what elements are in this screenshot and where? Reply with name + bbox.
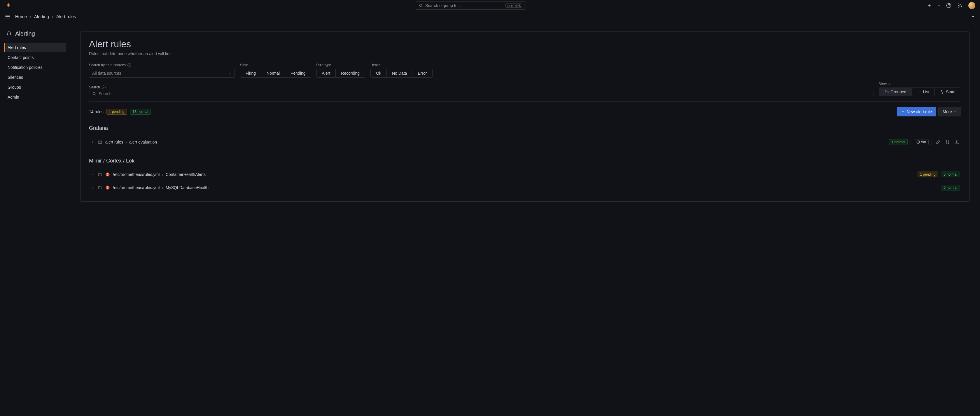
edit-icon[interactable] <box>935 139 941 145</box>
breadcrumb-alerting[interactable]: Alerting <box>34 14 49 19</box>
view-list[interactable]: List <box>912 88 935 96</box>
chevron-right-icon: › <box>126 140 127 144</box>
prometheus-ds-icon <box>105 185 110 190</box>
export-icon[interactable] <box>953 139 960 145</box>
help-icon[interactable] <box>946 3 951 8</box>
ruletype-alert[interactable]: Alert <box>317 69 336 77</box>
row-normal-badge: 1 normal <box>889 139 908 145</box>
view-grouped[interactable]: Grouped <box>880 88 912 96</box>
breadcrumb-home[interactable]: Home <box>15 14 27 19</box>
state-toggle: Firing Normal Pending <box>240 69 311 78</box>
filter-datasource: Search by data sources i All data source… <box>89 63 235 78</box>
collapse-kiosk-icon[interactable] <box>970 14 975 19</box>
summary-normal-badge: 13 normal <box>130 109 151 115</box>
rule-row: /etc/prometheus/rules.yml › ContainerHea… <box>89 168 961 181</box>
sidebar-item-contact-points[interactable]: Contact points <box>4 53 66 62</box>
chevron-right-icon: › <box>162 185 163 190</box>
search-icon <box>92 92 96 96</box>
heartrate-icon <box>940 90 944 94</box>
svg-line-13 <box>95 94 96 96</box>
svg-rect-3 <box>508 5 510 6</box>
rule-path[interactable]: /etc/prometheus/rules.yml › MySQLDatabas… <box>113 185 208 190</box>
rule-search-input[interactable] <box>89 91 874 96</box>
rule-path[interactable]: alert rules › alert evaluation <box>105 140 157 144</box>
svg-rect-27 <box>107 175 108 175</box>
health-error[interactable]: Error <box>412 69 432 77</box>
content: Alert rules Rules that determine whether… <box>70 22 980 416</box>
sidebar-item-admin[interactable]: Admin <box>4 92 66 102</box>
chevron-right-icon: › <box>162 172 163 177</box>
global-search-placeholder: Search or jump to... <box>425 3 461 8</box>
news-icon[interactable] <box>957 3 963 8</box>
page-subtitle: Rules that determine whether an alert wi… <box>89 51 961 56</box>
rule-count: 14 rules <box>89 109 103 114</box>
state-normal[interactable]: Normal <box>261 69 285 77</box>
chevron-right-icon: › <box>30 14 31 19</box>
add-menu-button[interactable] <box>927 3 932 8</box>
rule-search-field[interactable] <box>99 91 870 96</box>
user-avatar[interactable] <box>968 2 975 9</box>
section-title-grafana: Grafana <box>89 125 961 131</box>
filter-state-label: State <box>240 63 311 67</box>
panel: Alert rules Rules that determine whether… <box>81 32 969 202</box>
chevron-down-icon[interactable] <box>937 4 940 7</box>
breadcrumb-row: Home › Alerting › Alert rules <box>0 11 980 22</box>
state-pending[interactable]: Pending <box>285 69 310 77</box>
filter-datasource-label: Search by data sources i <box>89 63 235 67</box>
more-button[interactable]: More <box>938 107 961 116</box>
filter-ruletype-label: Rule type <box>317 63 366 67</box>
svg-line-2 <box>422 6 423 7</box>
svg-point-8 <box>958 7 959 7</box>
info-icon[interactable]: i <box>102 86 106 89</box>
breadcrumb-current: Alert rules <box>56 14 76 19</box>
new-alert-rule-button[interactable]: New alert rule <box>897 107 936 116</box>
expand-toggle[interactable] <box>90 172 95 177</box>
row-normal-badge: 6 normal <box>941 172 960 177</box>
datasource-select[interactable]: All data sources <box>89 69 235 78</box>
topbar-right <box>927 2 975 9</box>
state-firing[interactable]: Firing <box>240 69 261 77</box>
filter-health: Health Ok No Data Error <box>371 63 432 78</box>
reorder-icon[interactable] <box>944 139 951 145</box>
filter-search: Search i <box>89 85 874 96</box>
breadcrumb: Home › Alerting › Alert rules <box>15 14 76 19</box>
clock-icon <box>916 140 920 144</box>
view-state[interactable]: State <box>935 88 961 96</box>
global-search[interactable]: Search or jump to... cmd+k <box>415 2 526 10</box>
filter-row-2: Search i View as <box>89 82 961 96</box>
svg-point-1 <box>419 4 422 6</box>
section-title-mimir: Mimir / Cortex / Loki <box>89 158 961 164</box>
summary-pending-badge: 1 pending <box>107 109 127 115</box>
sidebar-item-notification-policies[interactable]: Notification policies <box>4 63 66 72</box>
sidebar-item-alert-rules[interactable]: Alert rules <box>4 43 66 52</box>
folder-icon <box>98 140 102 144</box>
svg-point-12 <box>93 92 95 94</box>
expand-toggle[interactable] <box>90 140 95 144</box>
plus-icon <box>901 110 905 114</box>
rule-row: /etc/prometheus/rules.yml › MySQLDatabas… <box>89 181 961 194</box>
health-toggle: Ok No Data Error <box>371 69 432 78</box>
search-icon <box>419 3 423 8</box>
rule-row: alert rules › alert evaluation 1 normal … <box>89 135 961 149</box>
view-as-toggle: Grouped List State <box>879 88 961 96</box>
info-icon[interactable]: i <box>127 63 131 67</box>
page-title: Alert rules <box>89 39 961 49</box>
sidebar-item-silences[interactable]: Silences <box>4 73 66 82</box>
filter-ruletype: Rule type Alert Recording <box>317 63 366 78</box>
divider <box>89 102 961 102</box>
sidebar: Alerting Alert rules Contact points Noti… <box>0 22 70 416</box>
dock-menu-icon[interactable] <box>5 14 11 19</box>
folder-icon <box>885 90 889 94</box>
view-as-label: View as <box>879 82 961 86</box>
health-nodata[interactable]: No Data <box>387 69 412 77</box>
row-pending-badge: 1 pending <box>918 172 938 177</box>
bell-icon <box>6 31 12 37</box>
filter-health-label: Health <box>371 63 432 67</box>
folder-icon <box>98 185 102 190</box>
sidebar-item-groups[interactable]: Groups <box>4 83 66 92</box>
sidebar-title: Alerting <box>4 29 66 43</box>
rule-path[interactable]: /etc/prometheus/rules.yml › ContainerHea… <box>113 172 205 177</box>
ruletype-recording[interactable]: Recording <box>336 69 365 77</box>
expand-toggle[interactable] <box>90 185 95 190</box>
health-ok[interactable]: Ok <box>371 69 387 77</box>
